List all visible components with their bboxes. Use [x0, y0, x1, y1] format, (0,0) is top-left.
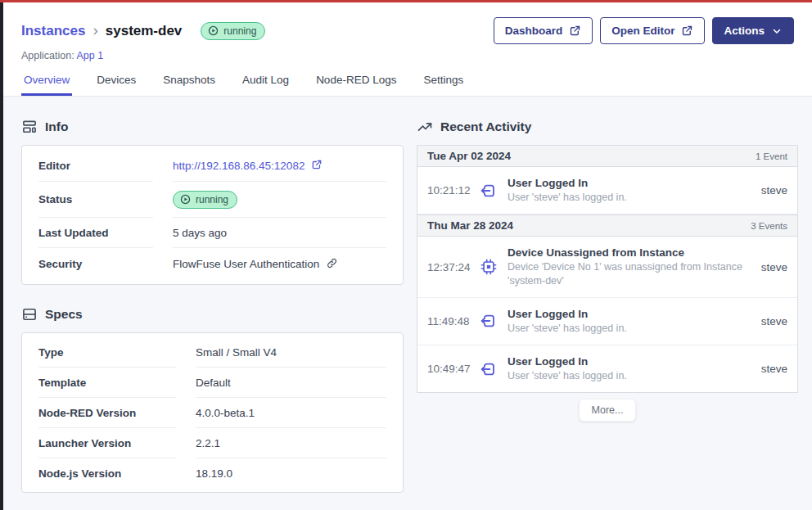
external-link-icon [681, 25, 693, 37]
activity-event-row[interactable]: 10:49:47 User Logged In User 'steve' has… [417, 345, 797, 392]
login-icon [480, 312, 498, 330]
event-description: User 'steve' has logged in. [508, 322, 753, 335]
activity-event-row[interactable]: 12:37:24 Device Unassigned from Instance… [417, 237, 797, 298]
activity-event-row[interactable]: 10:21:12 User Logged In User 'steve' has… [417, 167, 797, 214]
info-row-security: Security FlowFuse User Authentication [22, 248, 403, 280]
page-header: Instances › system-dev running Dashboard [0, 0, 812, 97]
tab-overview[interactable]: Overview [21, 74, 72, 96]
main-content: Info Editor http://192.168.86.45:12082 [0, 97, 812, 509]
specs-label: Node.js Version [38, 458, 176, 488]
specs-value: 4.0.0-beta.1 [196, 398, 386, 428]
event-title: User Logged In [508, 355, 753, 368]
event-description: Device 'Device No 1' was unassigned from… [508, 260, 753, 287]
specs-row-nodejs-version: Node.js Version 18.19.0 [22, 458, 403, 488]
activity-table: Tue Apr 02 2024 1 Event 10:21:12 User [417, 145, 798, 393]
specs-label: Launcher Version [38, 428, 176, 458]
activity-event-row[interactable]: 11:49:48 User Logged In User 'steve' has… [417, 298, 797, 345]
breadcrumb-instances-link[interactable]: Instances [21, 23, 85, 39]
event-title: User Logged In [508, 177, 753, 189]
event-user: steve [761, 315, 787, 327]
external-link-icon [569, 25, 581, 37]
tab-settings[interactable]: Settings [421, 74, 466, 96]
event-title: User Logged In [508, 308, 753, 320]
specs-section: Specs Type Small / Small V4 Template Def… [21, 306, 404, 493]
link-icon[interactable] [326, 257, 338, 272]
actions-button-label: Actions [724, 25, 765, 37]
application-line: Application: App 1 [21, 50, 794, 61]
trending-up-icon [417, 119, 433, 135]
event-user: steve [761, 184, 787, 196]
play-circle-icon [180, 194, 191, 205]
status-badge-label: running [196, 194, 228, 205]
event-time: 12:37:24 [427, 261, 478, 273]
specs-label: Type [38, 337, 176, 368]
status-badge-label: running [223, 25, 256, 37]
play-circle-icon [208, 25, 219, 36]
actions-button[interactable]: Actions [712, 17, 794, 44]
application-label: Application: [21, 50, 74, 61]
event-user: steve [761, 261, 787, 273]
specs-value: Default [196, 368, 386, 398]
tab-devices[interactable]: Devices [94, 74, 138, 96]
specs-row-launcher-version: Launcher Version 2.2.1 [22, 428, 403, 458]
info-row-editor: Editor http://192.168.86.45:12082 [22, 150, 403, 182]
info-label: Last Updated [38, 218, 153, 248]
specs-value: Small / Small V4 [196, 337, 386, 368]
server-icon [21, 306, 38, 323]
tab-audit-log[interactable]: Audit Log [240, 74, 291, 96]
login-icon [480, 360, 498, 378]
more-button[interactable]: More... [579, 399, 637, 422]
status-badge: running [173, 191, 237, 209]
open-editor-button[interactable]: Open Editor [600, 17, 705, 44]
group-event-count: 3 Events [751, 221, 787, 231]
tab-bar: Overview Devices Snapshots Audit Log Nod… [21, 74, 794, 96]
group-date: Thu Mar 28 2024 [427, 219, 513, 232]
info-row-last-updated: Last Updated 5 days ago [22, 218, 403, 248]
specs-section-title: Specs [45, 307, 83, 322]
event-user: steve [761, 363, 787, 375]
activity-group-header: Tue Apr 02 2024 1 Event [417, 146, 797, 167]
info-label: Editor [38, 150, 153, 182]
dashboard-button-label: Dashboard [505, 25, 563, 37]
open-editor-button-label: Open Editor [611, 25, 674, 37]
event-time: 10:21:12 [427, 184, 478, 196]
specs-row-type: Type Small / Small V4 [22, 337, 403, 368]
login-icon [480, 182, 498, 200]
info-row-status: Status running [22, 182, 403, 218]
external-link-icon [311, 159, 323, 173]
specs-value: 18.19.0 [196, 458, 386, 488]
event-time: 10:49:47 [427, 363, 478, 375]
template-icon [21, 119, 38, 135]
tab-node-red-logs[interactable]: Node-RED Logs [314, 74, 399, 96]
group-date: Tue Apr 02 2024 [427, 150, 511, 162]
application-link[interactable]: App 1 [76, 50, 103, 61]
specs-row-node-red-version: Node-RED Version 4.0.0-beta.1 [22, 398, 403, 428]
chip-icon [480, 258, 498, 276]
event-description: User 'steve' has logged in. [508, 369, 753, 382]
info-section-title: Info [45, 120, 68, 134]
top-red-border [0, 0, 812, 2]
left-dark-edge [0, 0, 3, 510]
specs-label: Node-RED Version [38, 398, 176, 428]
header-actions: Dashboard Open Editor [494, 17, 794, 44]
tab-snapshots[interactable]: Snapshots [160, 74, 218, 96]
chevron-down-icon [771, 25, 783, 37]
activity-group-header: Thu Mar 28 2024 3 Events [417, 214, 797, 237]
instance-overview-page: Instances › system-dev running Dashboard [0, 0, 812, 509]
left-column: Info Editor http://192.168.86.45:12082 [21, 119, 404, 493]
breadcrumb: Instances › system-dev running [21, 22, 265, 40]
group-event-count: 1 Event [756, 151, 787, 161]
event-time: 11:49:48 [427, 315, 478, 327]
info-label: Status [38, 182, 153, 218]
info-section: Info Editor http://192.168.86.45:12082 [21, 119, 404, 285]
event-title: Device Unassigned from Instance [508, 246, 753, 259]
chevron-right-icon: › [92, 22, 97, 38]
specs-panel: Type Small / Small V4 Template Default N… [21, 332, 404, 493]
security-value: FlowFuse User Authentication [173, 258, 319, 270]
recent-activity-section: Recent Activity Tue Apr 02 2024 1 Event … [417, 119, 798, 422]
right-column: Recent Activity Tue Apr 02 2024 1 Event … [417, 119, 798, 493]
specs-label: Template [38, 368, 176, 398]
editor-url-link[interactable]: http://192.168.86.45:12082 [173, 159, 323, 173]
specs-value: 2.2.1 [196, 428, 386, 458]
dashboard-button[interactable]: Dashboard [494, 17, 593, 44]
